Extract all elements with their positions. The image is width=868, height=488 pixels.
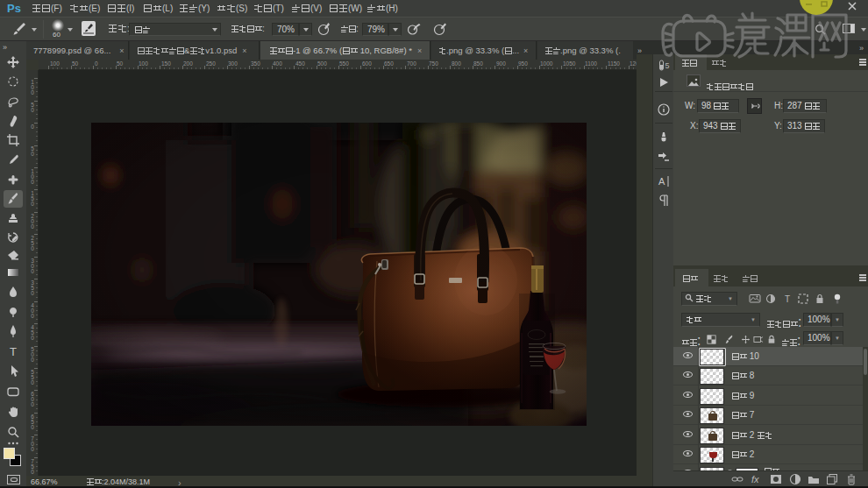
- svg-text:T: T: [785, 294, 790, 304]
- svg-text:A: A: [658, 176, 665, 187]
- svg-text:5: 5: [665, 61, 670, 70]
- svg-text:T: T: [10, 345, 17, 358]
- svg-text:fx: fx: [751, 474, 759, 484]
